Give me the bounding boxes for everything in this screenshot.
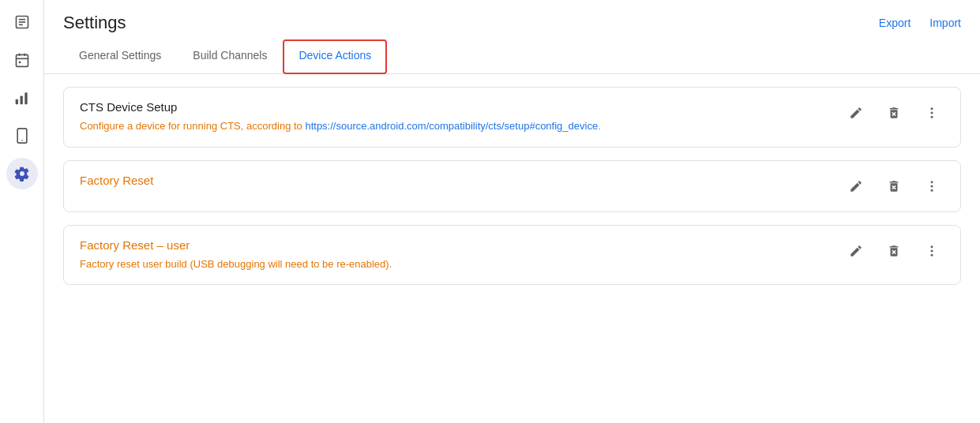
factory-reset-delete-button[interactable] (881, 174, 907, 199)
factory-reset-user-delete-button[interactable] (881, 238, 907, 264)
cts-desc-link[interactable]: https://source.android.com/compatibility… (305, 120, 598, 132)
main-content: Settings Export Import General Settings … (44, 0, 980, 423)
action-card-cts: CTS Device Setup Configure a device for … (63, 87, 961, 148)
sidebar-item-tasks[interactable] (6, 6, 38, 38)
page-header: Settings Export Import (44, 0, 980, 33)
action-card-factory-reset-user: Factory Reset – user Factory reset user … (63, 225, 961, 286)
factory-reset-card-content: Factory Reset (80, 174, 831, 192)
cts-card-content: CTS Device Setup Configure a device for … (80, 100, 831, 134)
svg-rect-9 (15, 99, 17, 105)
content-area: CTS Device Setup Configure a device for … (44, 74, 980, 423)
sidebar-item-devices[interactable] (6, 120, 38, 152)
svg-rect-11 (24, 92, 27, 104)
svg-point-22 (931, 253, 933, 256)
header-actions: Export Import (879, 17, 961, 29)
cts-desc-prefix: Configure a device for running CTS, acco… (80, 120, 305, 132)
factory-reset-user-desc-text: Factory reset user build (USB debugging … (80, 258, 392, 270)
cts-edit-button[interactable] (843, 100, 869, 125)
sidebar-item-calendar[interactable] (6, 44, 38, 76)
factory-reset-edit-button[interactable] (843, 174, 869, 199)
page-title: Settings (63, 13, 126, 33)
svg-point-14 (931, 107, 933, 110)
factory-reset-user-more-button[interactable] (919, 238, 944, 264)
cts-more-button[interactable] (919, 100, 944, 125)
sidebar (0, 0, 44, 423)
svg-point-13 (21, 140, 23, 141)
cts-card-title: CTS Device Setup (80, 100, 831, 114)
action-card-factory-reset: Factory Reset (63, 160, 961, 212)
factory-reset-card-buttons (843, 174, 944, 199)
cts-card-description: Configure a device for running CTS, acco… (80, 118, 831, 134)
cts-desc-suffix: . (598, 120, 601, 132)
settings-tabs: General Settings Build Channels Device A… (44, 39, 980, 74)
factory-reset-user-card-content: Factory Reset – user Factory reset user … (80, 238, 831, 272)
svg-point-21 (931, 249, 933, 252)
factory-reset-user-card-buttons (843, 238, 944, 264)
sidebar-item-settings[interactable] (6, 158, 38, 189)
tab-general-settings[interactable]: General Settings (63, 39, 177, 73)
svg-point-17 (931, 181, 933, 183)
tab-build-channels[interactable]: Build Channels (177, 39, 283, 73)
svg-rect-8 (18, 62, 20, 64)
factory-reset-card-title: Factory Reset (80, 174, 831, 187)
svg-point-20 (931, 245, 933, 248)
svg-point-15 (931, 112, 933, 114)
factory-reset-user-card-title: Factory Reset – user (80, 238, 831, 252)
factory-reset-user-card-description: Factory reset user build (USB debugging … (80, 256, 831, 272)
export-button[interactable]: Export (879, 17, 911, 29)
import-button[interactable]: Import (929, 17, 961, 29)
svg-rect-10 (20, 96, 22, 105)
svg-rect-4 (16, 54, 28, 66)
factory-reset-more-button[interactable] (919, 174, 944, 199)
cts-delete-button[interactable] (881, 100, 907, 125)
svg-point-18 (931, 185, 933, 187)
svg-point-19 (931, 189, 933, 191)
factory-reset-user-edit-button[interactable] (843, 238, 869, 264)
sidebar-item-analytics[interactable] (6, 82, 38, 114)
cts-card-buttons (843, 100, 944, 125)
svg-point-16 (931, 116, 933, 118)
tab-device-actions[interactable]: Device Actions (283, 39, 387, 74)
